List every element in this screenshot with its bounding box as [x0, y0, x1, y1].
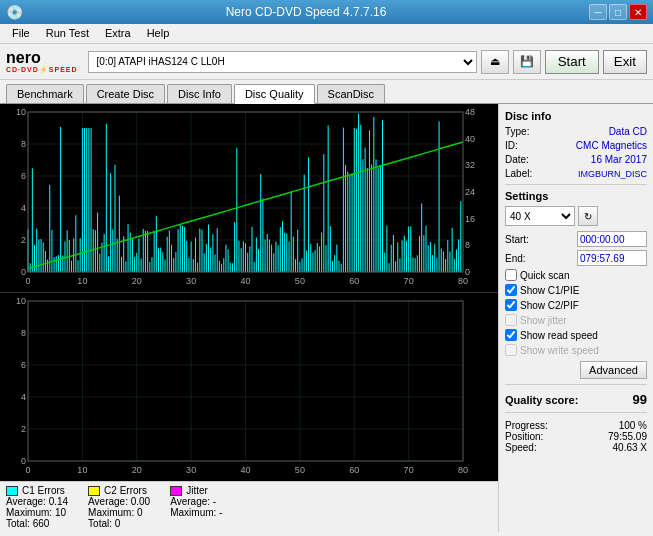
show-read-speed-checkbox[interactable]	[505, 329, 517, 341]
show-read-speed-row: Show read speed	[505, 329, 647, 341]
disc-type-value: Data CD	[609, 126, 647, 137]
c1-label: C1 Errors	[22, 485, 65, 496]
disc-id-value: CMC Magnetics	[576, 140, 647, 151]
show-jitter-row: Show jitter	[505, 314, 647, 326]
menu-bar: File Run Test Extra Help	[0, 24, 653, 44]
position-label: Position:	[505, 431, 543, 442]
quality-score-value: 99	[633, 392, 647, 407]
legend-area: C1 Errors Average: 0.14 Maximum: 10 Tota…	[0, 481, 498, 532]
start-time-row: Start:	[505, 231, 647, 247]
legend-c1: C1 Errors Average: 0.14 Maximum: 10 Tota…	[6, 485, 68, 529]
show-c1-row: Show C1/PIE	[505, 284, 647, 296]
jitter-avg: Average: -	[170, 496, 222, 507]
menu-run-test[interactable]: Run Test	[38, 26, 97, 41]
c1-total: Total: 660	[6, 518, 68, 529]
show-jitter-checkbox[interactable]	[505, 314, 517, 326]
disc-info-title: Disc info	[505, 110, 647, 122]
c2-max: Maximum: 0	[88, 507, 150, 518]
refresh-button[interactable]: ↻	[578, 206, 598, 226]
advanced-button[interactable]: Advanced	[580, 361, 647, 379]
c2-color-swatch	[88, 486, 100, 496]
menu-extra[interactable]: Extra	[97, 26, 139, 41]
nero-logo-text: nero	[6, 50, 78, 66]
divider-3	[505, 412, 647, 413]
speed-select[interactable]: 40 X	[505, 206, 575, 226]
disc-label-row: Label: IMGBURN_DISC	[505, 168, 647, 179]
minimize-button[interactable]: ─	[589, 4, 607, 20]
eject-button[interactable]: ⏏	[481, 50, 509, 74]
speed-settings-row: 40 X ↻	[505, 206, 647, 226]
speed-row: Speed: 40.63 X	[505, 442, 647, 453]
disc-date-value: 16 Mar 2017	[591, 154, 647, 165]
start-button[interactable]: Start	[545, 50, 599, 74]
show-c2-label: Show C2/PIF	[520, 300, 579, 311]
end-time-row: End:	[505, 250, 647, 266]
main-content: C1 Errors Average: 0.14 Maximum: 10 Tota…	[0, 104, 653, 532]
disc-label-value: IMGBURN_DISC	[578, 169, 647, 179]
speed-label: Speed:	[505, 442, 537, 453]
c1-avg: Average: 0.14	[6, 496, 68, 507]
tab-scan-disc[interactable]: ScanDisc	[317, 84, 385, 103]
quick-scan-checkbox[interactable]	[505, 269, 517, 281]
progress-value: 100 %	[619, 420, 647, 431]
settings-title: Settings	[505, 190, 647, 202]
window-title: Nero CD-DVD Speed 4.7.7.16	[23, 5, 589, 19]
tab-create-disc[interactable]: Create Disc	[86, 84, 165, 103]
right-panel: Disc info Type: Data CD ID: CMC Magnetic…	[498, 104, 653, 532]
nero-logo-sub: CD·DVD⚡SPEED	[6, 66, 78, 74]
divider-1	[505, 184, 647, 185]
quality-score-label: Quality score:	[505, 394, 578, 406]
legend-c2: C2 Errors Average: 0.00 Maximum: 0 Total…	[88, 485, 150, 529]
top-chart-canvas	[0, 104, 498, 292]
quick-scan-label: Quick scan	[520, 270, 569, 281]
disc-type-label: Type:	[505, 126, 529, 137]
bottom-chart-canvas	[0, 293, 498, 481]
c1-color-swatch	[6, 486, 18, 496]
exit-button[interactable]: Exit	[603, 50, 647, 74]
show-write-speed-label: Show write speed	[520, 345, 599, 356]
tab-benchmark[interactable]: Benchmark	[6, 84, 84, 103]
progress-label: Progress:	[505, 420, 548, 431]
show-c1-label: Show C1/PIE	[520, 285, 579, 296]
tab-disc-quality[interactable]: Disc Quality	[234, 84, 315, 104]
save-button[interactable]: 💾	[513, 50, 541, 74]
end-time-input[interactable]	[577, 250, 647, 266]
show-c2-row: Show C2/PIF	[505, 299, 647, 311]
position-row: Position: 79:55.09	[505, 431, 647, 442]
disc-id-row: ID: CMC Magnetics	[505, 140, 647, 151]
title-bar: 💿 Nero CD-DVD Speed 4.7.7.16 ─ □ ✕	[0, 0, 653, 24]
progress-row: Progress: 100 %	[505, 420, 647, 431]
show-read-speed-label: Show read speed	[520, 330, 598, 341]
c1-max: Maximum: 10	[6, 507, 68, 518]
legend-jitter: Jitter Average: - Maximum: -	[170, 485, 222, 529]
close-button[interactable]: ✕	[629, 4, 647, 20]
nero-logo: nero CD·DVD⚡SPEED	[6, 50, 78, 74]
jitter-color-swatch	[170, 486, 182, 496]
disc-label-label: Label:	[505, 168, 532, 179]
progress-section: Progress: 100 % Position: 79:55.09 Speed…	[505, 420, 647, 453]
disc-type-row: Type: Data CD	[505, 126, 647, 137]
menu-help[interactable]: Help	[139, 26, 178, 41]
window-controls: ─ □ ✕	[589, 4, 647, 20]
show-write-speed-checkbox[interactable]	[505, 344, 517, 356]
drive-select[interactable]: [0:0] ATAPI iHAS124 C LL0H	[88, 51, 477, 73]
toolbar: nero CD·DVD⚡SPEED [0:0] ATAPI iHAS124 C …	[0, 44, 653, 80]
app-icon: 💿	[6, 4, 23, 20]
tab-disc-info[interactable]: Disc Info	[167, 84, 232, 103]
disc-date-row: Date: 16 Mar 2017	[505, 154, 647, 165]
disc-id-label: ID:	[505, 140, 518, 151]
quick-scan-row: Quick scan	[505, 269, 647, 281]
jitter-label: Jitter	[186, 485, 208, 496]
disc-date-label: Date:	[505, 154, 529, 165]
c2-total: Total: 0	[88, 518, 150, 529]
start-time-input[interactable]	[577, 231, 647, 247]
divider-2	[505, 384, 647, 385]
show-write-speed-row: Show write speed	[505, 344, 647, 356]
show-c1-checkbox[interactable]	[505, 284, 517, 296]
tab-bar: Benchmark Create Disc Disc Info Disc Qua…	[0, 80, 653, 104]
menu-file[interactable]: File	[4, 26, 38, 41]
maximize-button[interactable]: □	[609, 4, 627, 20]
show-c2-checkbox[interactable]	[505, 299, 517, 311]
jitter-max: Maximum: -	[170, 507, 222, 518]
position-value: 79:55.09	[608, 431, 647, 442]
